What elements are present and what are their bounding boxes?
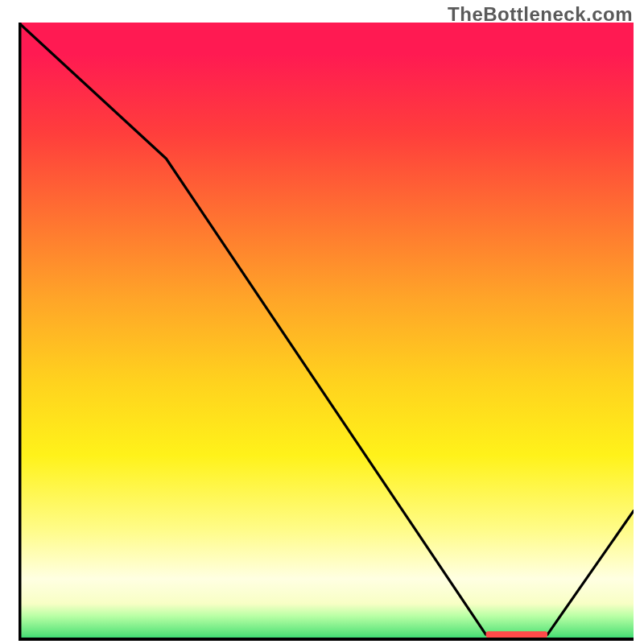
watermark-text: TheBottleneck.com — [448, 3, 633, 26]
plot-area — [19, 23, 634, 641]
chart-container: TheBottleneck.com — [0, 0, 644, 644]
chart-axes — [19, 23, 634, 641]
